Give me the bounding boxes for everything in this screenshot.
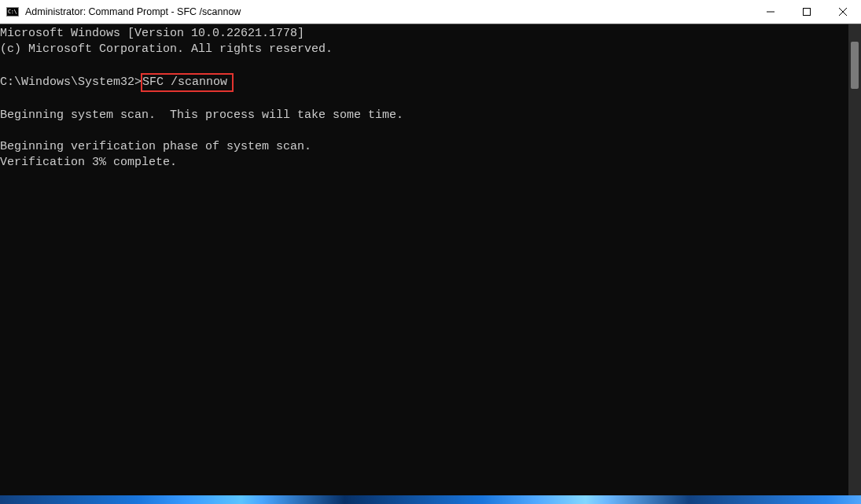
terminal-area: Microsoft Windows [Version 10.0.22621.17… xyxy=(0,24,861,495)
scrollbar-thumb[interactable] xyxy=(851,42,859,89)
svg-rect-1 xyxy=(804,9,811,16)
highlighted-command: SFC /scannow xyxy=(141,73,234,92)
titlebar[interactable]: C:\ Administrator: Command Prompt - SFC … xyxy=(0,0,861,24)
maximize-button[interactable] xyxy=(789,0,825,24)
command-prompt-window: C:\ Administrator: Command Prompt - SFC … xyxy=(0,0,861,504)
taskbar-edge xyxy=(0,495,861,504)
window-title: Administrator: Command Prompt - SFC /sca… xyxy=(25,6,241,17)
maximize-icon xyxy=(803,8,811,16)
minimize-icon xyxy=(767,8,775,16)
output-line: Beginning system scan. This process will… xyxy=(0,109,403,122)
terminal-output[interactable]: Microsoft Windows [Version 10.0.22621.17… xyxy=(0,24,848,495)
prompt-command: SFC /scannow xyxy=(142,75,227,89)
output-line: Verification 3% complete. xyxy=(0,156,177,169)
window-controls xyxy=(752,0,861,24)
prompt-prefix: C:\Windows\System32> xyxy=(0,75,142,89)
output-line: Beginning verification phase of system s… xyxy=(0,140,311,153)
output-line: (c) Microsoft Corporation. All rights re… xyxy=(0,42,333,56)
app-icon: C:\ xyxy=(6,6,19,18)
cmd-icon: C:\ xyxy=(6,7,19,17)
output-line: Microsoft Windows [Version 10.0.22621.17… xyxy=(0,27,304,40)
vertical-scrollbar[interactable] xyxy=(848,24,861,495)
close-icon xyxy=(839,8,847,16)
close-button[interactable] xyxy=(825,0,861,24)
minimize-button[interactable] xyxy=(752,0,789,24)
